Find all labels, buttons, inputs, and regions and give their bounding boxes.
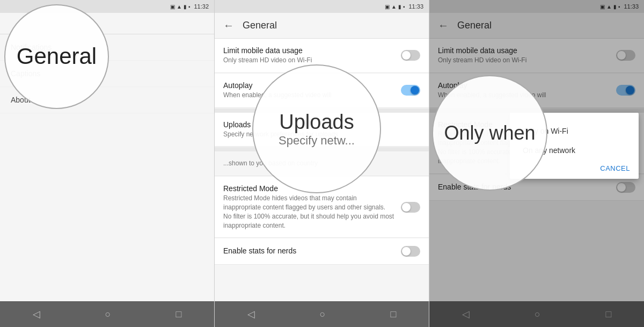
status-bar-2: ▣ ▲ ▮ ▪ 11:33 [215,0,429,13]
status-icon-wifi: ▲ [177,4,182,10]
panel-2: ▣ ▲ ▮ ▪ 11:33 ← General Limit mobile dat… [215,0,429,327]
toggle-limit-data[interactable] [401,50,420,61]
status-icon-battery: ▪ [188,4,191,10]
status-time-1: 11:32 [194,3,209,10]
nav-back-2[interactable]: ◁ [247,308,255,320]
nav-home-2[interactable]: ○ [320,309,326,320]
panel2-zoom-text-line2: Specify netw... [279,134,355,148]
dialog-cancel-button[interactable]: CANCEL [600,164,630,172]
status-time-2: 11:33 [408,3,423,10]
app-bar-2: ← General [215,13,429,39]
setting-stats-title: Enable stats for nerds [223,246,394,255]
status-icon-sig2: ▮ [398,4,401,10]
setting-restricted-subtitle: Restricted Mode hides videos that may co… [223,194,394,230]
panel1-zoom-text: General [11,38,102,75]
status-icons-1: ▣ ▲ ▮ ▪ 11:32 [170,3,209,10]
setting-limit-data-subtitle: Only stream HD video on Wi-Fi [223,56,394,65]
nav-bar-2: ◁ ○ □ [215,301,429,327]
app-bar-title-2: General [243,20,277,31]
panel3-zoom-text: Only when [438,117,540,150]
status-icons-2: ▣ ▲ ▮ ▪ 11:33 [385,3,423,10]
status-icon-wifi2: ▲ [391,4,397,10]
setting-limit-data-title: Limit mobile data usage [223,46,394,55]
panel2-zoom-circle: Uploads Specify netw... [252,64,381,193]
panel1-zoom-circle: General [4,4,109,109]
nav-recent-2[interactable]: □ [391,309,397,320]
toggle-restricted[interactable] [401,202,420,213]
panel2-zoom-text-line1: Uploads [279,111,354,134]
nav-home-1[interactable]: ○ [105,309,111,320]
nav-back-1[interactable]: ◁ [33,308,40,320]
back-button-2[interactable]: ← [223,19,234,32]
panel-1: ▣ ▲ ▮ ▪ 11:32 Notifications Captions Abo… [0,0,215,327]
status-icon-signal: ▮ [184,4,187,10]
nav-bar-1: ◁ ○ □ [0,301,214,327]
panel-3: ▣ ▲ ▮ ▪ 11:33 ← General Limit mobile dat… [429,0,644,327]
setting-stats[interactable]: Enable stats for nerds [215,238,429,265]
status-icon-img: ▣ [385,4,390,10]
toggle-stats[interactable] [401,246,420,257]
toggle-autoplay[interactable] [401,85,420,96]
status-icon-phone: ▣ [170,4,175,10]
status-icon-bat2: ▪ [403,4,405,10]
panel3-zoom-circle: Only when [432,75,547,191]
nav-recent-1[interactable]: □ [176,309,182,320]
